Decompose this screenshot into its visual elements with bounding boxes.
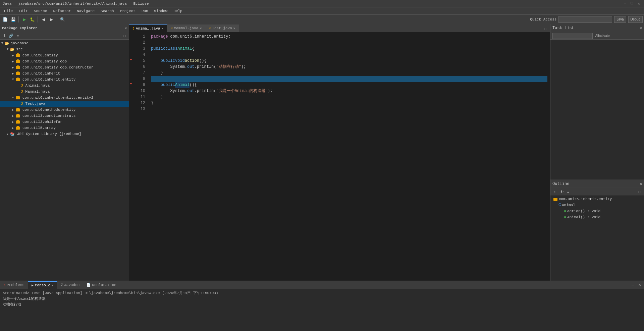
pe-menu-button[interactable]: ≡: [15, 33, 21, 39]
tab-close-button[interactable]: ✕: [200, 26, 202, 30]
minimize-editor-button[interactable]: ─: [536, 26, 542, 32]
console-tab-close[interactable]: ✕: [52, 283, 54, 287]
tree-item-com-unit6-entity-oop[interactable]: ▶com.unit6.entity.oop: [0, 58, 129, 64]
menu-window[interactable]: Window: [152, 8, 170, 14]
editor-gutter: ●●: [129, 32, 133, 281]
back-button[interactable]: ◀: [40, 16, 47, 23]
tree-item-src[interactable]: ▼📂src: [0, 46, 129, 52]
debug-button[interactable]: 🐛: [29, 16, 36, 23]
outline-item-Animal[interactable]: CAnimal: [550, 202, 644, 208]
menu-edit[interactable]: Edit: [16, 8, 30, 14]
menu-run[interactable]: Run: [139, 8, 151, 14]
editor-tabs: JAnimal.java✕JMammal.java✕JTest.java✕ ─ …: [129, 24, 550, 32]
save-button[interactable]: 💾: [9, 16, 17, 23]
editor-tab-Mammal-java[interactable]: JMammal.java✕: [167, 25, 206, 32]
menu-search[interactable]: Search: [98, 8, 117, 14]
window-controls[interactable]: ─ □ ✕: [623, 1, 641, 6]
bottom-tab-javadoc[interactable]: JJavadoc: [57, 281, 83, 289]
menu-help[interactable]: Help: [171, 8, 185, 14]
code-content[interactable]: package com.unit6.inherit.entity; public…: [148, 32, 550, 281]
tree-item-com-unit6-entity-oop-constructor[interactable]: ▶com.unit6.entity.oop.constructor: [0, 64, 129, 70]
menu-file[interactable]: File: [1, 8, 15, 14]
pe-maximize-button[interactable]: □: [121, 33, 127, 39]
package-explorer-close-button[interactable]: ✕: [124, 26, 127, 30]
tree-item-Test-java[interactable]: JTest.java: [0, 101, 129, 107]
tree-icon: [15, 113, 21, 118]
ol-minimize-button[interactable]: ─: [630, 189, 636, 195]
pe-collapse-button[interactable]: ⬇: [1, 33, 7, 39]
tree-item-com-unit6-inherit-entity[interactable]: ▼com.unit6.inherit.entity: [0, 77, 129, 83]
tab-close-button[interactable]: ✕: [233, 26, 235, 30]
tree-item-com-unit6-inherit[interactable]: ▶com.unit6.inherit: [0, 70, 129, 77]
menu-source[interactable]: Source: [31, 8, 50, 14]
ol-hide-button[interactable]: 👁: [558, 189, 565, 195]
tree-arrow: ▶: [12, 60, 15, 63]
search-button[interactable]: 🔍: [59, 16, 66, 23]
keyword: package: [151, 34, 168, 40]
task-list-close-button[interactable]: ✕: [640, 26, 642, 30]
bottom-tab-problems[interactable]: ⚠Problems: [0, 281, 28, 289]
close-button[interactable]: ✕: [636, 1, 641, 6]
tree-item-com-unit6-entity[interactable]: ▶com.unit6.entity: [0, 52, 129, 58]
code-line-7: }: [151, 70, 547, 76]
outline-label: action() : void: [567, 209, 600, 213]
menu-navigate[interactable]: Navigate: [74, 8, 97, 14]
java-perspective-button[interactable]: Java: [614, 16, 626, 23]
ol-sort-button[interactable]: ↕: [552, 189, 558, 195]
tree-item-Animal-java[interactable]: JAnimal.java: [0, 83, 129, 89]
tab-label: Test.java: [212, 26, 232, 30]
quick-access-input[interactable]: [558, 16, 612, 23]
new-button[interactable]: 📄: [1, 16, 9, 23]
bottom-tab-console[interactable]: ▶Console✕: [28, 281, 57, 289]
tree-item-com-util5-array[interactable]: ▶com.util5.array: [0, 125, 129, 131]
forward-button[interactable]: ▶: [48, 16, 55, 23]
minimize-button[interactable]: ─: [623, 1, 628, 6]
code-line-3: public class Animal {: [151, 46, 547, 52]
tab-close-button[interactable]: ✕: [162, 27, 164, 31]
pe-link-editor-button[interactable]: 🔗: [8, 33, 14, 39]
debug-perspective-button[interactable]: Debug: [628, 16, 643, 23]
outline-label: Animal() : void: [567, 215, 600, 219]
run-button[interactable]: ▶: [20, 16, 28, 23]
maximize-button[interactable]: □: [630, 1, 635, 6]
code-text: [151, 82, 161, 88]
pe-minimize-button[interactable]: ─: [115, 33, 121, 39]
tl-activate-button[interactable]: Activate: [601, 33, 607, 39]
bottom-panel-tabs: ⚠Problems▶Console✕JJavadoc📄Declaration ─…: [0, 281, 644, 289]
gutter-line-7: [129, 68, 133, 75]
svg-rect-3: [17, 59, 19, 61]
tree-item-com-util3-whilefor[interactable]: ▶com.util3.whilefor: [0, 119, 129, 125]
maximize-editor-button[interactable]: □: [543, 26, 549, 32]
declaration-icon: 📄: [87, 283, 91, 287]
tree-item-com-unit6-methods-entity[interactable]: ▶com.unit6.methods.entity: [0, 107, 129, 113]
outline-title: Outline: [552, 182, 569, 186]
task-list-search-input[interactable]: [552, 33, 593, 39]
bp-minimize-button[interactable]: ─: [630, 282, 636, 288]
tree-item-com-unit6-inherit-entity-entity2[interactable]: ▼com.unit6.inherit.entity.entity2: [0, 95, 129, 101]
console-output: <terminated> Test [Java Application] D:\…: [0, 289, 644, 331]
ol-menu-button[interactable]: ≡: [565, 189, 571, 195]
code-text: com.unit6.inherit.entity;: [168, 34, 230, 40]
svg-rect-13: [17, 108, 19, 109]
outline-item-action[interactable]: ●action() : void: [550, 208, 644, 214]
tree-item-com-util3-condtionstruts[interactable]: ▶com.util3.condtionstruts: [0, 113, 129, 119]
menu-bar: File Edit Source Refactor Navigate Searc…: [0, 7, 644, 15]
menu-refactor[interactable]: Refactor: [50, 8, 73, 14]
method-icon: ●: [564, 209, 566, 214]
package-explorer-panel: Package Explorer ✕ ⬇ 🔗 ≡ ─ □ ▼📂javabase▼…: [0, 24, 129, 281]
outline-item-Animal_ctor[interactable]: ●Animal() : void: [550, 214, 644, 220]
console-terminated-line: <terminated> Test [Java Application] D:\…: [3, 290, 641, 296]
editor-tab-Test-java[interactable]: JTest.java✕: [205, 25, 239, 32]
ol-maximize-button[interactable]: □: [637, 189, 643, 195]
tree-item-javabase[interactable]: ▼📂javabase: [0, 40, 129, 46]
outline-item-package[interactable]: com.unit6.inherit.entity: [550, 196, 644, 202]
menu-project[interactable]: Project: [117, 8, 138, 14]
bottom-tab-declaration[interactable]: 📄Declaration: [83, 281, 120, 289]
editor-tab-Animal-java[interactable]: JAnimal.java✕: [129, 25, 167, 32]
tree-item-Mammal-java[interactable]: JMammal.java: [0, 89, 129, 95]
tree-icon: [15, 59, 21, 64]
tree-item-JRE System Library[interactable]: ▶📚JRE System Library [jre8home]: [0, 131, 129, 137]
bp-close-button[interactable]: ✕: [637, 282, 643, 288]
outline-toolbar: ↕ 👁 ≡ ─ □: [550, 188, 644, 195]
outline-close-button[interactable]: ✕: [640, 182, 642, 186]
